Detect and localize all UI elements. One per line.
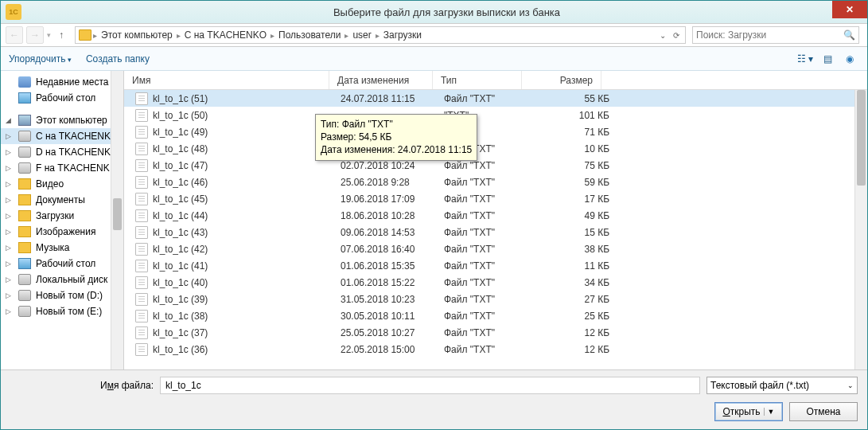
sidebar-item[interactable]: ▷Изображения: [1, 224, 123, 240]
breadcrumb-seg[interactable]: Этот компьютер: [99, 29, 175, 41]
sidebar-icon: [18, 162, 31, 174]
sidebar-item[interactable]: ▷С на TKACHENK: [1, 128, 123, 144]
file-row[interactable]: kl_to_1c (50)"TXT"101 КБ: [124, 107, 867, 123]
sidebar-label: Рабочий стол: [36, 92, 95, 104]
filetype-select[interactable]: Текстовый файл (*.txt)⌄: [706, 377, 858, 394]
sidebar-scrollbar[interactable]: [111, 71, 123, 369]
breadcrumb-seg[interactable]: Пользователи: [276, 29, 343, 41]
sidebar-item[interactable]: ▷Рабочий стол: [1, 256, 123, 272]
sidebar-item[interactable]: ▷Видео: [1, 176, 123, 192]
expand-icon[interactable]: ▷: [6, 260, 14, 268]
file-row[interactable]: kl_to_1c (51)24.07.2018 11:15Файл "TXT"5…: [124, 90, 867, 107]
sidebar-item[interactable]: ▷Новый том (E:): [1, 303, 123, 319]
file-row[interactable]: kl_to_1c (37)25.05.2018 10:27Файл "TXT"1…: [124, 324, 867, 341]
col-type[interactable]: Тип: [433, 71, 522, 89]
file-name: kl_to_1c (45): [153, 194, 341, 205]
file-row[interactable]: kl_to_1c (45)19.06.2018 17:09Файл "TXT"1…: [124, 190, 867, 207]
file-row[interactable]: kl_to_1c (48)11.07.2018 10:07Файл "TXT"1…: [124, 140, 867, 157]
preview-pane-button[interactable]: ▤: [818, 50, 837, 68]
nav-back-button[interactable]: ←: [6, 26, 23, 44]
file-row[interactable]: kl_to_1c (38)30.05.2018 10:11Файл "TXT"2…: [124, 307, 867, 324]
breadcrumb-seg[interactable]: С на TKACHENKO: [182, 29, 269, 41]
new-folder-button[interactable]: Создать папку: [86, 53, 150, 64]
file-name: kl_to_1c (43): [153, 227, 341, 238]
chevron-down-icon: ⌄: [847, 381, 854, 389]
expand-icon[interactable]: ▷: [6, 148, 14, 156]
expand-icon[interactable]: ▷: [6, 307, 14, 315]
file-name: kl_to_1c (47): [153, 160, 341, 171]
file-size: 49 КБ: [533, 210, 609, 221]
organize-button[interactable]: Упорядочить: [9, 53, 72, 64]
close-button[interactable]: ✕: [832, 1, 867, 18]
filelist-scrollbar[interactable]: [854, 90, 867, 369]
col-date[interactable]: Дата изменения: [329, 71, 433, 89]
breadcrumb[interactable]: ▸ Этот компьютер ▸ С на TKACHENKO ▸ Поль…: [75, 26, 686, 44]
file-icon: [135, 109, 148, 122]
sidebar-item[interactable]: ▷Музыка: [1, 240, 123, 256]
sidebar-item[interactable]: Недавние места: [1, 74, 123, 90]
file-row[interactable]: kl_to_1c (47)02.07.2018 10:24Файл "TXT"7…: [124, 157, 867, 174]
chevron-right-icon: ▸: [93, 31, 97, 40]
file-size: 10 КБ: [533, 143, 609, 154]
refresh-icon[interactable]: ⟳: [671, 31, 682, 40]
view-mode-button[interactable]: ☷ ▾: [796, 50, 815, 68]
file-row[interactable]: kl_to_1c (49)"TXT"71 КБ: [124, 123, 867, 140]
breadcrumb-dropdown-icon[interactable]: ⌄: [657, 31, 668, 40]
expand-icon[interactable]: ▷: [6, 228, 14, 236]
file-type: Файл "TXT": [444, 327, 533, 338]
sidebar-item[interactable]: ▷Загрузки: [1, 208, 123, 224]
file-row[interactable]: kl_to_1c (42)07.06.2018 16:40Файл "TXT"3…: [124, 240, 867, 257]
search-input[interactable]: [696, 29, 843, 41]
filename-input[interactable]: [160, 377, 700, 394]
file-icon: [135, 326, 148, 339]
sidebar-this-pc[interactable]: ◢ Этот компьютер: [1, 112, 123, 128]
sidebar-item[interactable]: ▷Локальный диск: [1, 272, 123, 287]
sidebar-label: Этот компьютер: [36, 115, 107, 126]
file-size: 38 КБ: [533, 244, 609, 255]
file-name: kl_to_1c (50): [153, 110, 341, 121]
file-row[interactable]: kl_to_1c (46)25.06.2018 9:28Файл "TXT"59…: [124, 174, 867, 190]
file-row[interactable]: kl_to_1c (44)18.06.2018 10:28Файл "TXT"4…: [124, 207, 867, 224]
sidebar-label: Новый том (E:): [36, 306, 102, 317]
toolbar: Упорядочить Создать папку ☷ ▾ ▤ ◉: [1, 47, 867, 71]
sidebar-item[interactable]: Рабочий стол: [1, 90, 123, 106]
expand-icon[interactable]: ▷: [6, 164, 14, 172]
breadcrumb-seg[interactable]: Загрузки: [381, 29, 424, 41]
sidebar-item[interactable]: ▷F на TKACHENK: [1, 160, 123, 176]
sidebar-item[interactable]: ▷Документы: [1, 192, 123, 208]
file-name: kl_to_1c (39): [153, 294, 341, 305]
open-button[interactable]: Открыть ▼: [714, 402, 783, 421]
help-button[interactable]: ◉: [840, 50, 859, 68]
sidebar-item[interactable]: ▷D на TKACHENK: [1, 144, 123, 160]
file-row[interactable]: kl_to_1c (36)22.05.2018 15:00Файл "TXT"1…: [124, 341, 867, 358]
col-size[interactable]: Размер: [522, 71, 601, 89]
expand-icon[interactable]: ▷: [6, 132, 14, 140]
search-box[interactable]: 🔍: [692, 26, 859, 44]
expand-icon[interactable]: ▷: [6, 276, 14, 283]
expand-icon[interactable]: ◢: [6, 116, 14, 124]
expand-icon[interactable]: ▷: [6, 212, 14, 220]
expand-icon[interactable]: ▷: [6, 180, 14, 188]
nav-forward-button[interactable]: →: [26, 26, 44, 44]
nav-up-button[interactable]: ↑: [54, 28, 68, 42]
breadcrumb-seg[interactable]: user: [350, 29, 373, 41]
file-size: 15 КБ: [533, 227, 609, 238]
expand-icon[interactable]: ▷: [6, 244, 14, 252]
expand-icon[interactable]: ▷: [6, 196, 14, 204]
col-name[interactable]: Имя: [124, 71, 329, 89]
file-icon: [135, 343, 148, 356]
file-row[interactable]: kl_to_1c (39)31.05.2018 10:23Файл "TXT"2…: [124, 291, 867, 307]
sidebar-icon: [18, 194, 31, 205]
titlebar: 1C Выберите файл для загрузки выписки из…: [1, 1, 867, 23]
sidebar-label: Видео: [36, 178, 64, 190]
sidebar-icon: [18, 226, 31, 237]
expand-icon[interactable]: ▷: [6, 291, 14, 299]
file-size: 25 КБ: [533, 311, 609, 322]
file-name: kl_to_1c (38): [153, 311, 341, 322]
file-row[interactable]: kl_to_1c (41)01.06.2018 15:35Файл "TXT"1…: [124, 257, 867, 274]
file-row[interactable]: kl_to_1c (43)09.06.2018 14:53Файл "TXT"1…: [124, 224, 867, 240]
cancel-button[interactable]: Отмена: [789, 402, 858, 421]
file-size: 55 КБ: [533, 93, 609, 104]
sidebar-item[interactable]: ▷Новый том (D:): [1, 287, 123, 303]
file-row[interactable]: kl_to_1c (40)01.06.2018 15:22Файл "TXT"3…: [124, 274, 867, 291]
